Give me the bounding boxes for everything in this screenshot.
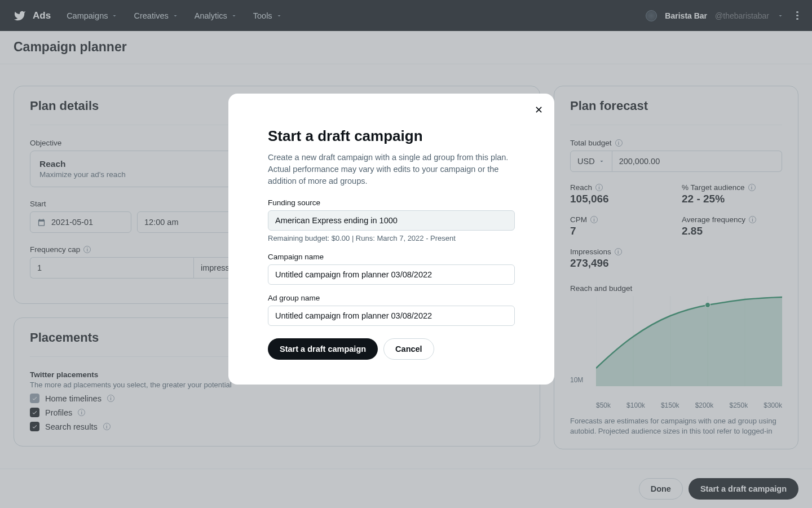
modal-description: Create a new draft campaign with a singl… (268, 152, 515, 187)
campaign-name-input[interactable]: Untitled campaign from planner 03/08/202… (268, 264, 515, 285)
adgroup-name-label: Ad group name (268, 294, 515, 302)
funding-source-hint: Remaining budget: $0.00 | Runs: March 7,… (268, 234, 515, 242)
modal-start-button[interactable]: Start a draft campaign (268, 338, 378, 360)
modal-cancel-button[interactable]: Cancel (383, 338, 434, 360)
start-draft-modal: ✕ Start a draft campaign Create a new dr… (228, 94, 554, 385)
campaign-name-label: Campaign name (268, 253, 515, 261)
modal-title: Start a draft campaign (268, 127, 515, 145)
funding-source-select[interactable]: American Express ending in 1000 (268, 210, 515, 231)
close-icon[interactable]: ✕ (535, 104, 543, 116)
adgroup-name-input[interactable]: Untitled campaign from planner 03/08/202… (268, 306, 515, 326)
funding-source-label: Funding source (268, 198, 515, 207)
